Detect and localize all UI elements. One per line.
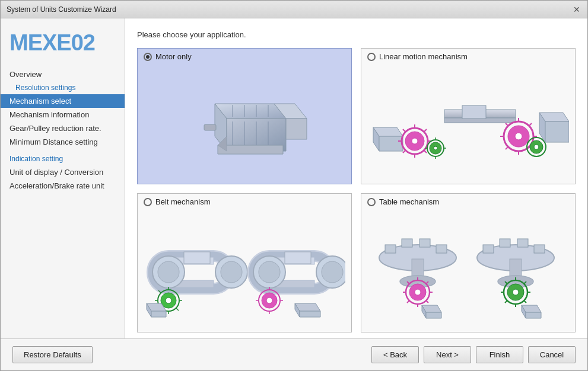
svg-rect-103 bbox=[436, 245, 447, 253]
svg-line-50 bbox=[529, 123, 532, 126]
radio-table-mechanism[interactable] bbox=[367, 198, 376, 206]
motor-only-svg bbox=[179, 80, 310, 169]
content-area: MEXE02 Overview Resolution settings Mech… bbox=[1, 18, 587, 338]
svg-marker-138 bbox=[526, 312, 541, 318]
sidebar-item-minimum-distance[interactable]: Minimum Distance setting bbox=[1, 135, 125, 149]
options-grid: Motor only bbox=[137, 48, 576, 332]
option-motor-only[interactable]: Motor only bbox=[137, 48, 352, 184]
logo-area: MEXE02 bbox=[1, 24, 125, 68]
svg-marker-96 bbox=[300, 311, 320, 317]
svg-point-42 bbox=[515, 133, 522, 140]
svg-line-112 bbox=[426, 300, 428, 303]
main-window: System of Units Customize Wizard ✕ MEXE0… bbox=[0, 0, 588, 371]
back-button[interactable]: < Back bbox=[371, 346, 419, 363]
option-motor-only-image bbox=[138, 65, 351, 184]
option-table-mechanism-image bbox=[361, 210, 575, 332]
sidebar-item-mechanism-select[interactable]: Mechanism select bbox=[1, 94, 125, 108]
sidebar-item-indication-setting: Indication setting bbox=[1, 152, 125, 165]
svg-line-47 bbox=[506, 123, 508, 126]
option-linear-motion-label: Linear motion mechanism bbox=[379, 52, 468, 61]
option-belt-mechanism-header: Belt mechanism bbox=[138, 194, 351, 210]
svg-point-89 bbox=[266, 298, 272, 303]
svg-point-83 bbox=[259, 261, 280, 283]
logo: MEXE02 bbox=[9, 30, 116, 56]
svg-rect-5 bbox=[204, 124, 216, 130]
svg-marker-77 bbox=[151, 311, 166, 317]
radio-motor-only[interactable] bbox=[144, 53, 152, 61]
svg-marker-4 bbox=[286, 119, 307, 139]
option-linear-motion[interactable]: Linear motion mechanism bbox=[361, 48, 576, 184]
svg-line-113 bbox=[407, 300, 409, 303]
sidebar-item-resolution-settings[interactable]: Resolution settings bbox=[1, 81, 125, 94]
navigation-buttons: < Back Next > Finish Cancel bbox=[371, 346, 576, 363]
logo-black: MEXE bbox=[9, 30, 71, 55]
svg-point-21 bbox=[412, 138, 418, 144]
svg-marker-117 bbox=[426, 312, 441, 318]
svg-line-133 bbox=[524, 300, 526, 303]
svg-line-26 bbox=[403, 129, 405, 132]
sidebar-item-gear-pulley[interactable]: Gear/Pulley reduction rate. bbox=[1, 121, 125, 135]
svg-line-49 bbox=[506, 147, 508, 149]
sidebar-item-overview[interactable]: Overview bbox=[1, 68, 125, 81]
svg-rect-121 bbox=[483, 245, 494, 253]
sidebar: MEXE02 Overview Resolution settings Mech… bbox=[1, 18, 125, 338]
option-belt-mechanism-image bbox=[138, 210, 351, 332]
svg-point-64 bbox=[221, 261, 242, 283]
svg-point-106 bbox=[415, 289, 421, 295]
svg-line-134 bbox=[505, 300, 507, 303]
table-mechanism-svg bbox=[367, 222, 569, 320]
svg-rect-86 bbox=[285, 252, 311, 264]
svg-rect-123 bbox=[517, 239, 528, 247]
svg-rect-102 bbox=[419, 239, 430, 247]
svg-line-74 bbox=[176, 308, 179, 311]
svg-rect-122 bbox=[500, 239, 510, 247]
svg-line-29 bbox=[424, 129, 427, 132]
option-linear-motion-image bbox=[361, 65, 575, 184]
svg-marker-0 bbox=[215, 104, 286, 119]
cancel-button[interactable]: Cancel bbox=[528, 346, 576, 363]
svg-rect-100 bbox=[385, 245, 396, 253]
option-motor-only-label: Motor only bbox=[155, 52, 192, 61]
svg-line-27 bbox=[424, 151, 427, 153]
close-button[interactable]: ✕ bbox=[572, 5, 581, 14]
window-title: System of Units Customize Wizard bbox=[7, 5, 116, 14]
option-table-mechanism-label: Table mechanism bbox=[379, 197, 439, 206]
logo-blue: 02 bbox=[71, 30, 95, 55]
svg-point-127 bbox=[513, 289, 519, 295]
option-table-mechanism-header: Table mechanism bbox=[361, 194, 575, 210]
svg-rect-39 bbox=[462, 105, 486, 119]
title-bar: System of Units Customize Wizard ✕ bbox=[1, 1, 587, 18]
next-button[interactable]: Next > bbox=[424, 346, 471, 363]
sidebar-item-mechanism-information[interactable]: Mechanism information bbox=[1, 108, 125, 121]
svg-marker-56 bbox=[545, 121, 569, 142]
linear-motion-svg bbox=[367, 77, 569, 172]
svg-point-68 bbox=[166, 298, 171, 303]
svg-line-28 bbox=[403, 151, 405, 153]
option-table-mechanism[interactable]: Table mechanism bbox=[361, 193, 576, 332]
svg-marker-14 bbox=[218, 145, 283, 154]
option-linear-motion-header: Linear motion mechanism bbox=[361, 49, 575, 65]
svg-point-32 bbox=[434, 146, 437, 150]
option-motor-only-header: Motor only bbox=[138, 49, 351, 65]
svg-rect-101 bbox=[402, 239, 412, 247]
bottom-bar: Restore Defaults < Back Next > Finish Ca… bbox=[1, 338, 587, 370]
sidebar-item-unit-display[interactable]: Unit of display / Conversion bbox=[1, 165, 125, 179]
svg-point-85 bbox=[322, 261, 343, 283]
sidebar-item-accel-brake[interactable]: Acceleration/Brake rate unit bbox=[1, 179, 125, 193]
instruction-text: Please choose your application. bbox=[137, 30, 576, 39]
option-belt-mechanism[interactable]: Belt mechanism bbox=[137, 193, 352, 332]
finish-button[interactable]: Finish bbox=[476, 346, 523, 363]
svg-rect-124 bbox=[534, 245, 545, 253]
svg-marker-18 bbox=[379, 136, 403, 151]
svg-point-62 bbox=[158, 261, 179, 283]
radio-belt-mechanism[interactable] bbox=[144, 198, 152, 206]
restore-defaults-button[interactable]: Restore Defaults bbox=[12, 346, 93, 363]
svg-rect-98 bbox=[412, 259, 424, 277]
option-belt-mechanism-label: Belt mechanism bbox=[155, 197, 210, 206]
main-content: Please choose your application. Motor on… bbox=[125, 18, 587, 338]
radio-linear-motion[interactable] bbox=[367, 53, 376, 61]
belt-mechanism-svg bbox=[144, 223, 345, 318]
svg-rect-119 bbox=[510, 259, 522, 277]
svg-rect-65 bbox=[184, 252, 210, 264]
svg-point-53 bbox=[534, 145, 539, 149]
